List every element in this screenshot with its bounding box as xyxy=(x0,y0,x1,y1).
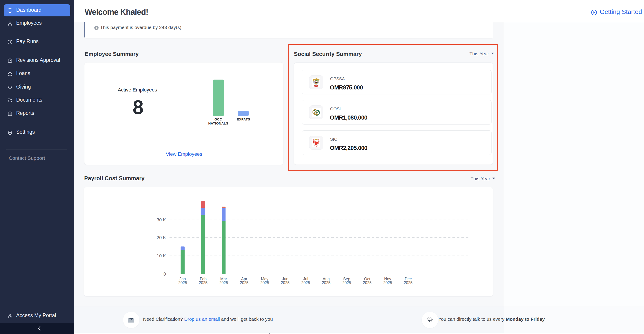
svg-text:2025: 2025 xyxy=(260,280,269,285)
svg-text:2025: 2025 xyxy=(240,280,248,285)
svg-text:10 K: 10 K xyxy=(157,253,166,258)
svg-text:2025: 2025 xyxy=(220,280,228,285)
svg-text:30 K: 30 K xyxy=(157,217,166,222)
svg-text:0: 0 xyxy=(164,271,166,276)
svg-text:2025: 2025 xyxy=(363,280,372,285)
svg-text:2025: 2025 xyxy=(199,280,208,285)
svg-text:2025: 2025 xyxy=(342,280,351,285)
svg-text:20 K: 20 K xyxy=(157,235,166,240)
svg-text:2025: 2025 xyxy=(281,280,290,285)
svg-text:2025: 2025 xyxy=(178,280,187,285)
svg-text:2025: 2025 xyxy=(383,280,392,285)
svg-text:2025: 2025 xyxy=(404,280,412,285)
svg-text:2025: 2025 xyxy=(301,280,310,285)
svg-text:2025: 2025 xyxy=(322,280,330,285)
